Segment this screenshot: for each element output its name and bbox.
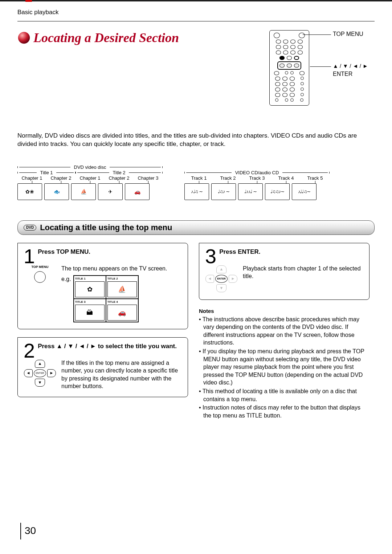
thumb-music-icon: ♩♪♪♩ ∼: [238, 183, 263, 200]
remote-illustration: TOP MENU ▲ / ▼ / ◄ / ► ENTER: [269, 30, 375, 125]
notes-block: Notes The instructions above describe ba…: [199, 308, 369, 420]
dvd-title-1: Title 1: [38, 170, 55, 175]
dvd-ch-4: Chapter 2: [109, 175, 129, 181]
dvd-badge: DVD: [24, 225, 36, 231]
section-heading-bar: DVD Locating a title using the top menu: [17, 220, 375, 235]
step-3-body: Playback starts from chapter 1 of the se…: [243, 265, 363, 293]
step-1: 1 Press TOP MENU. TOP MENU The top menu …: [17, 243, 188, 329]
step-2-body: If the titles in the top menu are assign…: [61, 359, 182, 390]
thumb-icon: ✿❀: [17, 183, 42, 200]
eg-title-4: TITLE 4: [107, 300, 137, 304]
dvd-top-label: DVD video disc: [72, 164, 109, 170]
thumb-icon: ✈: [98, 183, 123, 200]
breadcrumb: Basic playback: [17, 9, 375, 16]
notes-heading: Notes: [199, 308, 369, 314]
remote-dpad: [277, 61, 301, 70]
top-bar: [0, 0, 392, 1]
cd-track-3: Track 3: [249, 175, 265, 181]
cd-top-label: VIDEO CD/audio CD: [233, 170, 281, 175]
thumb-music-icon: ♩♫♪ ∼: [211, 183, 236, 200]
thumb-music-icon: ♪♩♫ ∼: [184, 183, 209, 200]
page-title: Locating a Desired Section: [17, 30, 179, 45]
enter-button-icon: ENTER: [34, 369, 46, 377]
step-3-head: Press ENTER.: [205, 248, 363, 256]
page-number: 30: [20, 523, 36, 539]
step-1-body: The top menu appears on the TV screen.: [61, 265, 182, 273]
step-1-head: Press TOP MENU.: [24, 248, 182, 256]
step-2-head: Press ▲ / ▼ / ◄ / ► to select the title …: [24, 343, 182, 350]
title-bullet-icon: [17, 31, 30, 44]
eg-title-3: TITLE 3: [75, 300, 105, 304]
cd-track-2: Track 2: [220, 175, 236, 181]
dvd-ch-5: Chapter 3: [138, 175, 158, 181]
dvd-structure-diagram: DVD video disc Title 1 Title 2: [17, 164, 163, 200]
topmenu-button-label: TOP MENU: [31, 265, 48, 269]
eg-title-2: TITLE 2: [107, 277, 137, 281]
thumb-music-icon: ♩♫♫♪∼: [265, 183, 290, 200]
dpad-icon: ▲ ◄ENTER► ▼: [23, 359, 57, 387]
eg-label: e.g.: [61, 275, 71, 283]
note-item: This method of locating a title is avail…: [199, 387, 369, 403]
enter-button-icon: ENTER: [215, 275, 228, 283]
step-number: 3: [205, 248, 216, 265]
cd-track-1: Track 1: [191, 175, 207, 181]
step-2: 2 Press ▲ / ▼ / ◄ / ► to select the titl…: [17, 337, 188, 397]
remote-label-dpad: ▲ / ▼ / ◄ / ►: [333, 63, 368, 69]
lead-line: [303, 34, 331, 35]
cd-structure-diagram: VIDEO CD/audio CD Track 1 Track 2 Track …: [184, 170, 330, 200]
thumb-music-icon: ♪♩♩♫∼: [292, 183, 317, 200]
eg-title-1: TITLE 1: [75, 277, 105, 281]
lead-line: [310, 66, 331, 67]
thumb-icon: 🐟: [44, 183, 69, 200]
top-bar-accent: [25, 0, 32, 2]
dvd-ch-2: Chapter 2: [50, 175, 71, 181]
note-item: Instruction notes of discs may refer to …: [199, 404, 369, 419]
remote-label-topmenu: TOP MENU: [333, 31, 363, 37]
svg-point-0: [18, 32, 30, 44]
section-heading-text: Locating a title using the top menu: [40, 223, 172, 232]
remote-label-enter: ENTER: [333, 71, 352, 77]
note-item: If you display the top menu during playb…: [199, 347, 369, 387]
cd-track-4: Track 4: [278, 175, 294, 181]
topmenu-button-icon: [34, 271, 46, 283]
step-3: 3 Press ENTER. ▲ ◄ENTER► ▼ Playback star…: [199, 243, 369, 300]
cd-track-5: Track 5: [307, 175, 323, 181]
thumb-icon: ⛵: [71, 183, 96, 200]
thumb-icon: 🚗: [125, 183, 150, 200]
dvd-ch-1: Chapter 1: [21, 175, 42, 181]
note-item: The instructions above describe basic pr…: [199, 315, 369, 347]
step-number: 1: [24, 248, 35, 265]
divider: [17, 21, 375, 21]
dpad-icon-dim: ▲ ◄ENTER► ▼: [204, 265, 238, 293]
example-menu-grid: TITLE 1✿ TITLE 2⛵ TITLE 3🏔 TITLE 4🚗: [73, 275, 139, 322]
step-number: 2: [24, 343, 35, 359]
remote-top-menu-button: [294, 56, 299, 60]
page-title-text: Locating a Desired Section: [33, 30, 179, 45]
dvd-ch-3: Chapter 1: [79, 175, 100, 181]
dvd-title-2: Title 2: [111, 170, 128, 175]
intro-paragraph: Normally, DVD video discs are divided in…: [17, 132, 375, 148]
